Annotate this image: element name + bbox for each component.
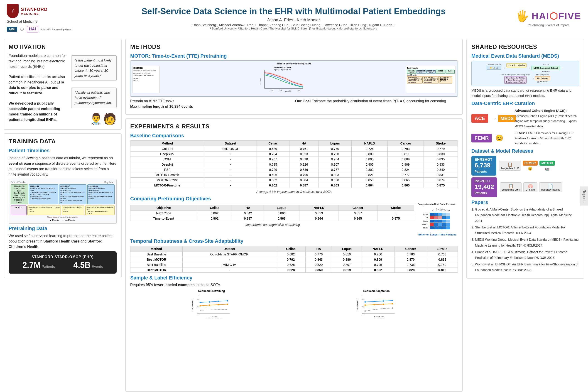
methods-inner: Time-to-Event Pretraining Tasks ICD10/41… — [130, 60, 458, 110]
baseline-cell: 0.821 — [352, 172, 388, 178]
inspect-count: 19,402 — [474, 183, 494, 190]
aimi-badge: AIMI — [7, 27, 17, 32]
ace-arrow-icon: → — [492, 116, 496, 121]
pretrain-tasks-text: Pretrain on 8192 TTE tasks — [130, 98, 293, 104]
baseline-cell: 0.836 — [290, 167, 318, 172]
full-authors: Ethan Steinberg¹, Michael Wornow¹, Rahul… — [76, 23, 511, 27]
svg-text:1: 1 — [432, 210, 433, 211]
temporal-cell: 0.786 — [394, 252, 427, 257]
svg-point-79 — [364, 310, 366, 312]
temporal-cell: 0.682 — [276, 252, 306, 257]
timeline-diagram: Patient Timeline Day Index 1933-02-15 DO… — [8, 179, 116, 224]
baseline-cell: 0.833 — [424, 162, 458, 167]
goal-text: Our Goal Estimate the probability distri… — [295, 98, 458, 104]
percentile-note: Numerics are binned by percentile — [11, 216, 114, 218]
input-stream-title: Test Heads — [407, 67, 454, 69]
experiments-section: EXPERIMENTS & RESULTS Baseline Compariso… — [125, 118, 463, 392]
baseline-cell: 0.761 — [290, 146, 318, 152]
input-labels-title: Input Events: — [407, 74, 454, 76]
ace-badge: ACE — [472, 114, 488, 123]
svg-point-59 — [200, 305, 201, 306]
ace-tool-row: ACE → MEDS Advanced Cohort Engine (ACE):… — [472, 108, 580, 128]
baseline-cell: DeepHit — [130, 162, 204, 167]
starr-omop-box: STANFORD STARR-OMOP (EHR) 2.7M Patients … — [8, 251, 116, 274]
svg-point-56 — [209, 301, 210, 302]
temporal-cell: - — [182, 257, 276, 262]
ace-description: Advanced Cohort Engine (ACE): Advanced C… — [514, 108, 580, 128]
temporal-cell: 0.625 — [276, 262, 306, 268]
temporal-cell: 0.795 — [362, 262, 394, 268]
temporal-cell: 0.812 — [427, 268, 458, 273]
svg-point-60 — [209, 304, 210, 306]
svg-text:25: 25 — [444, 210, 446, 211]
max-timeline-text: Max timeline length of 16,384 events — [130, 104, 293, 109]
sample-text: Requires 95% fewer labeled examples to m… — [130, 282, 458, 288]
temporal-cell: Best MOTOR — [130, 268, 182, 273]
patients-stat: 2.7M Patients — [22, 260, 55, 270]
partner-text: AIMI-HAI Partnership Grant — [41, 28, 72, 31]
baseline-cell: 0.875 — [424, 183, 458, 188]
methods-section: METHODS MOTOR: Time-to-Event (TTE) Pretr… — [125, 39, 463, 115]
col-cancer: Cancer — [388, 141, 424, 146]
col-celiac: Celiac — [257, 141, 290, 146]
svg-point-75 — [364, 304, 366, 306]
meds-arrow4: → — [531, 76, 534, 80]
col-nafld: NAFLD — [352, 141, 388, 146]
baseline-cell: 0.800 — [352, 152, 388, 157]
motivation-para2: Patient classification tasks are also co… — [8, 74, 68, 96]
baseline-cell: - — [204, 157, 257, 162]
heatmap-svg: Celiac HA Lupus NAFLD Stroke 1 5 10 25 5… — [422, 207, 453, 232]
logo-divider: ⊙ — [20, 26, 24, 32]
svg-text:0.7: 0.7 — [362, 313, 364, 314]
clmbr-emoji: 😊 — [523, 166, 538, 171]
col-lupus: Lupus — [318, 141, 352, 146]
baseline-cell: - — [204, 172, 257, 178]
baseline-cell: 0.824 — [388, 167, 424, 172]
baseline-cell: 0.840 — [424, 167, 458, 172]
svg-rect-26 — [446, 213, 450, 216]
affiliations: ¹ Stanford University, ²Stanford Health … — [76, 27, 511, 30]
svg-text:# of Patients (Millions): # of Patients (Millions) — [206, 317, 222, 318]
meds-arrow1: → — [502, 66, 506, 70]
baseline-cell: 0.863 — [318, 183, 352, 188]
inspect-label: INSPECT — [474, 179, 494, 183]
svg-point-71 — [364, 301, 366, 302]
experiments-title: EXPERIMENTS & RESULTS — [130, 123, 458, 130]
events-stat: 4.5B Events — [73, 260, 103, 270]
baseline-cell: 0.887 — [290, 183, 318, 188]
svg-rect-37 — [430, 223, 434, 226]
svg-rect-34 — [438, 220, 442, 222]
ehrshot-badge: EHRSHOT 6,739 Patients — [472, 156, 496, 176]
tte-subtitle: MOTOR: Time-to-Event (TTE) Pretraining — [130, 53, 458, 59]
baseline-cell: 0.696 — [257, 172, 290, 178]
ehrshot-label: EHRSHOT — [474, 158, 493, 162]
baseline-cell: 0.695 — [257, 162, 290, 167]
svg-rect-43 — [434, 226, 438, 229]
temporal-cell: 0.802 — [362, 268, 394, 273]
page-title: Self-Service Data Science in the EHR wit… — [76, 6, 511, 17]
temp-col-celiac: Celiac — [276, 246, 306, 252]
baseline-cell: 0.793 — [388, 146, 424, 152]
pretraining-data-subtitle: Pretraining Data — [8, 226, 116, 232]
baseline-cell: 0.807 — [318, 162, 352, 167]
baseline-cell: MOTOR-Scratch — [130, 172, 204, 178]
svg-text:P(Tᵢ≥ t | hᵢ): P(Tᵢ≥ t | hᵢ) — [260, 78, 261, 85]
svg-text:0.8: 0.8 — [198, 306, 200, 307]
baseline-cell: 0.770 — [318, 146, 352, 152]
baseline-cell: - — [204, 152, 257, 157]
svg-point-72 — [374, 301, 375, 302]
motivation-box2: Identify all patients who have evidence … — [71, 88, 116, 108]
temporal-cell: 0.870 — [394, 257, 427, 262]
pretraining-cell: 0.865 — [338, 216, 378, 221]
baseline-cell: 0.777 — [388, 172, 424, 178]
svg-text:Time Horizon: Time Horizon — [436, 208, 445, 210]
meds-small-badge: MEDS — [498, 115, 516, 122]
svg-point-74 — [392, 300, 393, 301]
baseline-cell: - — [204, 178, 257, 183]
svg-rect-46 — [446, 226, 450, 229]
baseline-cell: 0.802 — [257, 178, 290, 183]
pretraining-cell: 0.853 — [300, 211, 338, 216]
svg-rect-23 — [434, 213, 438, 216]
baseline-cell: 0.802 — [352, 167, 388, 172]
baseline-cell: - — [204, 162, 257, 167]
